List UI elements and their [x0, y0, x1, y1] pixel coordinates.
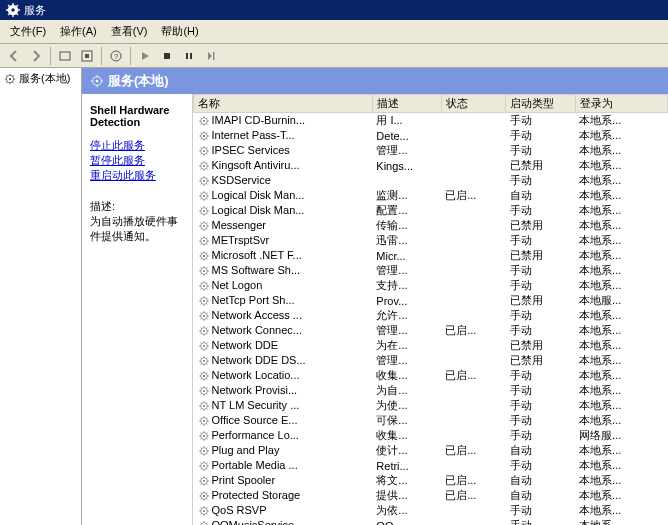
table-row[interactable]: IPSEC Services管理...手动本地系... — [194, 143, 668, 158]
cell-logon: 本地系... — [575, 458, 667, 473]
cell-logon: 本地系... — [575, 308, 667, 323]
cell-startup: 已禁用 — [506, 293, 575, 308]
back-button[interactable] — [4, 46, 24, 66]
cell-status — [441, 203, 506, 218]
cell-desc: Prov... — [372, 293, 441, 308]
cell-logon: 本地系... — [575, 128, 667, 143]
cell-status — [441, 218, 506, 233]
cell-name: NetTcp Port Sh... — [194, 293, 373, 308]
cell-startup: 手动 — [506, 323, 575, 338]
cell-status — [441, 128, 506, 143]
cell-startup: 自动 — [506, 473, 575, 488]
table-row[interactable]: Kingsoft Antiviru...Kings...已禁用本地系... — [194, 158, 668, 173]
menu-help[interactable]: 帮助(H) — [155, 22, 204, 41]
cell-status — [441, 383, 506, 398]
cell-startup: 手动 — [506, 173, 575, 188]
restart-link[interactable]: 重启动此服务 — [90, 168, 184, 183]
table-row[interactable]: Print Spooler将文...已启...自动本地系... — [194, 473, 668, 488]
cell-logon: 本地系... — [575, 518, 667, 525]
table-row[interactable]: Internet Pass-T...Dete...手动本地系... — [194, 128, 668, 143]
pause-link[interactable]: 暂停此服务 — [90, 153, 184, 168]
cell-desc: 为自... — [372, 383, 441, 398]
cell-desc: 为依... — [372, 503, 441, 518]
col-name[interactable]: 名称 — [194, 95, 373, 113]
svg-point-54 — [203, 405, 205, 407]
toolbar: ? — [0, 44, 668, 68]
svg-point-46 — [203, 345, 205, 347]
table-row[interactable]: Performance Lo...收集...手动网络服... — [194, 428, 668, 443]
table-row[interactable]: Net Logon支持...手动本地系... — [194, 278, 668, 293]
tree-root[interactable]: 服务(本地) — [2, 70, 79, 87]
svg-point-42 — [203, 315, 205, 317]
stop-service-button[interactable] — [157, 46, 177, 66]
svg-point-18 — [203, 135, 205, 137]
col-status[interactable]: 状态 — [441, 95, 506, 113]
svg-point-64 — [203, 480, 205, 482]
cell-name: Logical Disk Man... — [194, 203, 373, 218]
cell-desc: Kings... — [372, 158, 441, 173]
cell-name: Performance Lo... — [194, 428, 373, 443]
cell-desc: 为使... — [372, 398, 441, 413]
menu-view[interactable]: 查看(V) — [105, 22, 154, 41]
cell-logon: 本地系... — [575, 158, 667, 173]
pause-service-button[interactable] — [179, 46, 199, 66]
cell-status — [441, 278, 506, 293]
cell-desc: 传输... — [372, 218, 441, 233]
cell-status — [441, 173, 506, 188]
svg-point-62 — [203, 465, 205, 467]
refresh-button[interactable] — [77, 46, 97, 66]
table-row[interactable]: Logical Disk Man...配置...手动本地系... — [194, 203, 668, 218]
start-service-button[interactable] — [135, 46, 155, 66]
menu-action[interactable]: 操作(A) — [54, 22, 103, 41]
table-row[interactable]: Portable Media ...Retri...手动本地系... — [194, 458, 668, 473]
table-row[interactable]: Messenger传输...已禁用本地系... — [194, 218, 668, 233]
table-row[interactable]: Microsoft .NET F...Micr...已禁用本地系... — [194, 248, 668, 263]
table-row[interactable]: NT LM Security ...为使...手动本地系... — [194, 398, 668, 413]
table-row[interactable]: MS Software Sh...管理...手动本地系... — [194, 263, 668, 278]
cell-desc: QQ... — [372, 518, 441, 525]
svg-point-20 — [203, 150, 205, 152]
table-row[interactable]: NetTcp Port Sh...Prov...已禁用本地服... — [194, 293, 668, 308]
table-row[interactable]: QQMusicServiceQQ...手动本地系... — [194, 518, 668, 525]
cell-logon: 本地系... — [575, 488, 667, 503]
cell-logon: 本地系... — [575, 323, 667, 338]
col-logon[interactable]: 登录为 — [575, 95, 667, 113]
table-row[interactable]: Network Access ...允许...手动本地系... — [194, 308, 668, 323]
cell-name: Print Spooler — [194, 473, 373, 488]
table-row[interactable]: QoS RSVP为依...手动本地系... — [194, 503, 668, 518]
menu-file[interactable]: 文件(F) — [4, 22, 52, 41]
table-row[interactable]: METrsptSvr迅雷...手动本地系... — [194, 233, 668, 248]
cell-startup: 自动 — [506, 443, 575, 458]
svg-point-32 — [203, 240, 205, 242]
table-row[interactable]: Network Provisi...为自...手动本地系... — [194, 383, 668, 398]
description-text: 为自动播放硬件事件提供通知。 — [90, 214, 184, 244]
cell-status — [441, 293, 506, 308]
col-desc[interactable]: 描述 — [372, 95, 441, 113]
table-row[interactable]: Plug and Play使计...已启...自动本地系... — [194, 443, 668, 458]
stop-link[interactable]: 停止此服务 — [90, 138, 184, 153]
svg-point-44 — [203, 330, 205, 332]
cell-status — [441, 263, 506, 278]
cell-status: 已启... — [441, 323, 506, 338]
export-button[interactable] — [55, 46, 75, 66]
forward-button[interactable] — [26, 46, 46, 66]
restart-service-button[interactable] — [201, 46, 221, 66]
col-startup[interactable]: 启动类型 — [506, 95, 575, 113]
table-row[interactable]: Network DDE为在...已禁用本地系... — [194, 338, 668, 353]
table-row[interactable]: IMAPI CD-Burnin...用 I...手动本地系... — [194, 113, 668, 129]
help-button[interactable]: ? — [106, 46, 126, 66]
table-row[interactable]: Network DDE DS...管理...已禁用本地系... — [194, 353, 668, 368]
table-row[interactable]: Network Connec...管理...已启...手动本地系... — [194, 323, 668, 338]
table-row[interactable]: Protected Storage提供...已启...自动本地系... — [194, 488, 668, 503]
svg-point-40 — [203, 300, 205, 302]
service-list[interactable]: 名称 描述 状态 启动类型 登录为 IMAPI CD-Burnin...用 I.… — [192, 94, 668, 525]
table-row[interactable]: Network Locatio...收集...已启...手动本地系... — [194, 368, 668, 383]
cell-startup: 已禁用 — [506, 218, 575, 233]
cell-status — [441, 518, 506, 525]
table-row[interactable]: Logical Disk Man...监测...已启...自动本地系... — [194, 188, 668, 203]
table-row[interactable]: KSDService手动本地系... — [194, 173, 668, 188]
table-row[interactable]: Office Source E...可保...手动本地系... — [194, 413, 668, 428]
svg-point-38 — [203, 285, 205, 287]
svg-rect-2 — [60, 52, 70, 60]
cell-desc: 允许... — [372, 308, 441, 323]
